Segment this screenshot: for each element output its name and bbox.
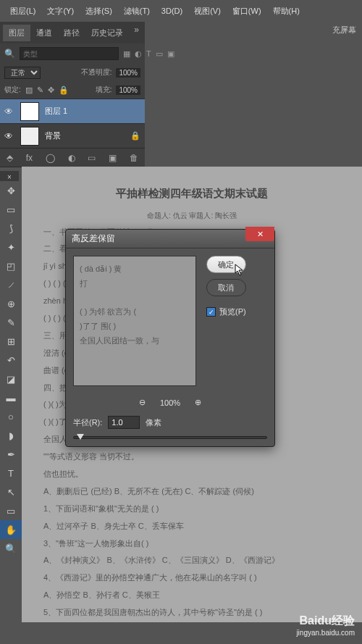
- menu-window[interactable]: 窗口(W): [228, 6, 266, 17]
- layer-bottom-bar: ⬘ fx ◯ ◐ ▭ ▣ 🗑: [0, 148, 145, 167]
- search-icon[interactable]: 🔍: [4, 49, 15, 59]
- menu-help[interactable]: 帮助(H): [269, 6, 304, 17]
- doc-line: A、孙悟空 B、孙行者 C、美猴王: [43, 587, 340, 603]
- ok-button[interactable]: 确定: [206, 256, 246, 273]
- filter-shape-icon[interactable]: ▭: [156, 49, 163, 59]
- link-layers-icon[interactable]: ⬘: [7, 153, 13, 163]
- doc-line: ""等式语义形容 当切不过。: [43, 449, 340, 464]
- dodge-tool[interactable]: ◗: [0, 426, 22, 445]
- delete-icon[interactable]: 🗑: [130, 153, 138, 163]
- fx-icon[interactable]: fx: [26, 153, 33, 163]
- radius-input[interactable]: [108, 416, 140, 429]
- menu-layer[interactable]: 图层(L): [6, 6, 40, 17]
- mask-icon[interactable]: ◯: [46, 153, 55, 163]
- tab-history[interactable]: 历史记录: [85, 25, 129, 41]
- zoom-value: 100%: [160, 398, 180, 407]
- heal-tool[interactable]: ⊕: [0, 294, 22, 313]
- lock-position-icon[interactable]: ✥: [48, 85, 54, 95]
- preview-line: 全国人民团结一致，与: [80, 334, 190, 348]
- lock-icon: 🔒: [130, 131, 140, 141]
- shape-tool[interactable]: ▭: [0, 501, 22, 520]
- menu-3d[interactable]: 3D(D): [157, 7, 187, 15]
- blend-row: 正常 不透明度: 100%: [0, 64, 145, 81]
- close-icon[interactable]: ×: [7, 173, 12, 181]
- zoom-in-icon[interactable]: ⊕: [195, 398, 201, 407]
- visibility-icon[interactable]: 👁: [4, 106, 14, 117]
- history-brush-tool[interactable]: ↶: [0, 351, 22, 369]
- preview-line: 打: [80, 277, 190, 291]
- folder-icon[interactable]: ▭: [88, 153, 96, 163]
- hand-tool[interactable]: ✋: [0, 520, 22, 539]
- gradient-tool[interactable]: ▬: [0, 388, 22, 407]
- filter-image-icon[interactable]: ▦: [123, 49, 130, 59]
- preview-line: ( ) 为邻 欲言为 (: [80, 305, 190, 319]
- type-tool[interactable]: T: [0, 464, 22, 482]
- lock-all-icon[interactable]: 🔒: [59, 85, 69, 95]
- marquee-tool[interactable]: ▭: [0, 200, 22, 219]
- lock-transparent-icon[interactable]: ▨: [25, 85, 33, 95]
- preview-line: ( dà dǎi ) 黄: [80, 262, 190, 277]
- tab-paths[interactable]: 路径: [58, 25, 85, 41]
- filter-smart-icon[interactable]: ▣: [167, 49, 174, 59]
- radius-slider[interactable]: [73, 436, 267, 439]
- tab-channels[interactable]: 通道: [30, 25, 58, 41]
- menu-text[interactable]: 文字(Y): [43, 6, 78, 17]
- watermark: Baidu经验 jingyan.baidu.com: [296, 614, 355, 637]
- menu-filter[interactable]: 滤镜(T): [119, 6, 154, 17]
- watermark-brand: Baidu经验: [296, 614, 355, 629]
- dialog-title-text: 高反差保留: [72, 233, 115, 245]
- dialog-preview[interactable]: ( dà dǎi ) 黄 打 ( ) 为邻 欲言为 ( )了了 围( ) 全国人…: [73, 256, 196, 386]
- preview-checkbox[interactable]: ✓: [206, 307, 216, 317]
- slider-handle[interactable]: [77, 434, 84, 440]
- wand-tool[interactable]: ✦: [0, 238, 22, 256]
- pen-tool[interactable]: ✒: [0, 445, 22, 464]
- opacity-label: 不透明度:: [81, 67, 112, 78]
- menu-view[interactable]: 视图(V): [190, 6, 225, 17]
- lasso-tool[interactable]: ⟆: [0, 219, 22, 238]
- zoom-out-icon[interactable]: ⊖: [139, 398, 146, 407]
- doc-line: A、过河卒子 B、身先士卒 C、丢车保车: [43, 519, 340, 534]
- brush-tool[interactable]: ✎: [0, 313, 22, 332]
- panel-close-icon[interactable]: »: [134, 25, 139, 35]
- layer-kind-input[interactable]: [20, 47, 119, 60]
- dialog-close-button[interactable]: ✕: [245, 227, 274, 241]
- adjustment-icon[interactable]: ◐: [68, 153, 75, 163]
- layer-item[interactable]: 👁 背景 🔒: [0, 123, 145, 148]
- panel-tabs: 图层 通道 路径 历史记录 »: [0, 22, 145, 43]
- layer-item[interactable]: 👁 图层 1: [0, 99, 145, 123]
- preview-line: )了了 围( ): [80, 319, 190, 334]
- lock-paint-icon[interactable]: ✎: [37, 85, 43, 95]
- blur-tool[interactable]: ○: [0, 407, 22, 426]
- options-bar-label: 充屏幕: [332, 25, 356, 35]
- eraser-tool[interactable]: ◪: [0, 369, 22, 388]
- new-layer-icon[interactable]: ▣: [109, 153, 117, 163]
- doc-title: 平抽样检测四年级语文期末试题: [43, 183, 340, 204]
- cancel-button[interactable]: 取消: [206, 279, 246, 296]
- menu-select[interactable]: 选择(S): [81, 6, 117, 17]
- layer-thumbnail[interactable]: [20, 127, 39, 146]
- layer-name[interactable]: 图层 1: [45, 106, 67, 117]
- move-tool[interactable]: ✥: [0, 181, 22, 200]
- stamp-tool[interactable]: ⊞: [0, 332, 22, 351]
- filter-adjust-icon[interactable]: ◐: [135, 49, 142, 59]
- doc-subtitle: 命题人: 仇云 审题人: 陶长强: [43, 209, 340, 222]
- tab-layers[interactable]: 图层: [3, 25, 30, 41]
- blend-mode-select[interactable]: 正常: [4, 67, 41, 79]
- path-tool[interactable]: ↖: [0, 482, 22, 501]
- zoom-tool[interactable]: 🔍: [0, 539, 22, 558]
- opacity-value[interactable]: 100%: [116, 68, 140, 78]
- doc-line: 1、下面词语和"象棋"无关的是 ( ): [43, 501, 340, 517]
- doc-line: 3、"鲁班"这一人物形象出自( ): [43, 536, 340, 551]
- menu-bar: 图层(L) 文字(Y) 选择(S) 滤镜(T) 3D(D) 视图(V) 窗口(W…: [0, 0, 362, 22]
- crop-tool[interactable]: ◰: [0, 256, 22, 275]
- eyedropper-tool[interactable]: ⟋: [0, 275, 22, 294]
- filter-text-icon[interactable]: T: [146, 49, 151, 59]
- layer-name[interactable]: 背景: [45, 130, 61, 141]
- visibility-icon[interactable]: 👁: [4, 131, 14, 141]
- layer-thumbnail[interactable]: [20, 102, 39, 121]
- dialog-titlebar[interactable]: 高反差保留 ✕: [66, 230, 274, 248]
- high-pass-dialog: 高反差保留 ✕ ( dà dǎi ) 黄 打 ( ) 为邻 欲言为 ( )了了 …: [65, 229, 275, 447]
- radius-unit: 像素: [146, 417, 161, 428]
- fill-label: 填充:: [96, 85, 112, 95]
- fill-value[interactable]: 100%: [116, 85, 140, 95]
